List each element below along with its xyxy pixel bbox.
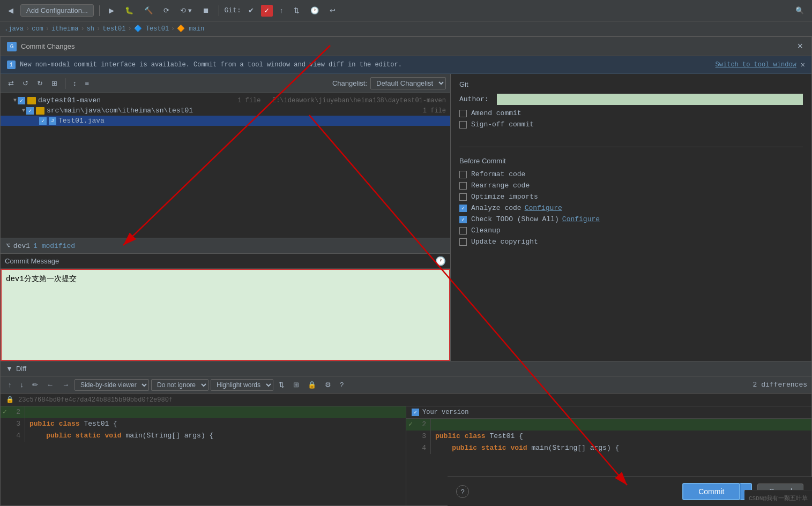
tree-row-src[interactable]: ▼ ✓ src\main\java\com\itheima\sn\test01 …	[1, 105, 450, 116]
update-copyright-row: Update copyright	[459, 238, 803, 246]
diff-left-line-3: 3 public class Test01 {	[1, 418, 406, 430]
breadcrumb-sh[interactable]: sh	[87, 25, 94, 33]
breadcrumb-java[interactable]: .java	[4, 25, 24, 33]
java-icon-test01: J	[49, 117, 56, 125]
breadcrumb-main[interactable]: 🔶 main	[177, 25, 204, 33]
diff-settings-btn2[interactable]: ⊞	[290, 379, 302, 390]
add-config-btn[interactable]: Add Configuration...	[20, 4, 94, 17]
viewer-dropdown[interactable]: Side-by-side viewer	[75, 379, 149, 391]
dialog-close-btn[interactable]: ×	[795, 41, 805, 52]
folder-icon-src	[36, 107, 44, 115]
switch-to-tool-window-link[interactable]: Switch to tool window	[716, 61, 796, 69]
ignore-dropdown[interactable]: Do not ignore	[151, 379, 208, 391]
signoff-commit-label: Sign-off commit	[471, 120, 534, 129]
tree-meta-src: 1 file	[423, 107, 446, 115]
rearrange-row: Rearrange code	[459, 182, 803, 190]
right-version-cb[interactable]: ✓	[412, 409, 419, 416]
analyze-configure-link[interactable]: Configure	[525, 204, 562, 212]
tree-row-daytest01[interactable]: ▼ ✓ daytest01-maven 1 file E:\ideawork\j…	[1, 95, 450, 105]
breadcrumb-com[interactable]: com	[32, 25, 43, 33]
build-btn[interactable]: 🔨	[140, 5, 157, 16]
filter-btn[interactable]: ≡	[82, 78, 93, 89]
tree-row-test01[interactable]: ✓ J Test01.java	[1, 116, 450, 126]
group-btn[interactable]: ⊞	[48, 78, 61, 89]
move-to-changelist-btn[interactable]: ⇄	[5, 78, 17, 89]
diff-toggle-btn[interactable]: ▼	[6, 365, 13, 373]
step2-btn[interactable]: ⟲ ▾	[176, 5, 196, 16]
amend-commit-cb[interactable]	[459, 110, 467, 117]
branch-icon: ⌥	[6, 241, 10, 250]
step-btn[interactable]: ⟳	[160, 5, 173, 16]
diff-next-btn[interactable]: →	[59, 379, 72, 390]
diff-right-num-2: 2	[415, 419, 431, 431]
diff-settings-btn1[interactable]: ⇅	[275, 379, 288, 390]
cleanup-row: Cleanup	[459, 226, 803, 235]
diff-right-marker-2: ✓	[406, 419, 415, 431]
commit-btn[interactable]: Commit	[682, 483, 740, 500]
sort-btn[interactable]: ↕	[70, 78, 80, 89]
search-everywhere-btn[interactable]: 🔍	[792, 5, 808, 16]
undo-btn[interactable]: ↺	[19, 78, 32, 89]
breadcrumb-sep4: ›	[96, 25, 100, 33]
diff-left-content-3: public class Test01 {	[25, 418, 117, 430]
git-revert-btn[interactable]: ↩	[326, 5, 339, 16]
update-copyright-label: Update copyright	[471, 238, 538, 246]
author-row: Author:	[459, 94, 803, 105]
breadcrumb-Test01[interactable]: 🔷 Test01	[134, 25, 169, 33]
diff-header: ▼ Diff	[1, 361, 811, 376]
info-close-btn[interactable]: ×	[801, 61, 805, 69]
git-section: Git Author: Amend commit Sign-off commit	[459, 80, 803, 132]
signoff-commit-cb[interactable]	[459, 121, 467, 129]
check-todo-configure-link[interactable]: Configure	[562, 215, 600, 223]
breadcrumb-sep3: ›	[80, 25, 84, 33]
changelist-area: Changelist: Default Changelist	[332, 77, 446, 89]
help-btn[interactable]: ?	[456, 485, 469, 498]
reformat-cb[interactable]	[459, 171, 467, 178]
diff-right-num-4: 4	[415, 442, 431, 454]
author-input[interactable]	[497, 94, 803, 105]
commit-message-input[interactable]	[1, 269, 450, 361]
analyze-cb[interactable]: ✓	[459, 205, 467, 212]
update-copyright-cb[interactable]	[459, 238, 467, 246]
diff-help-btn[interactable]: ?	[337, 379, 347, 390]
check-src[interactable]: ✓	[26, 107, 34, 115]
right-panel: Git Author: Amend commit Sign-off commit	[451, 74, 811, 361]
stop-btn[interactable]: ⏹	[199, 5, 213, 16]
info-icon: i	[7, 61, 16, 69]
diff-edit-btn[interactable]: ✏	[29, 379, 41, 390]
git-push-btn[interactable]: ↑	[276, 5, 287, 16]
breadcrumb: .java › com › itheima › sh › test01 › 🔷 …	[0, 21, 812, 36]
git-label: Git:	[225, 6, 241, 14]
breadcrumb-sep1: ›	[26, 25, 29, 33]
left-toolbar: ⇄ ↺ ↻ ⊞ ↕ ≡ Changelist: Default Changeli…	[1, 74, 450, 93]
run-btn[interactable]: ▶	[105, 5, 118, 16]
diff-gear-btn[interactable]: ⚙	[322, 379, 334, 390]
refresh-btn[interactable]: ↻	[34, 78, 46, 89]
analyze-row: ✓ Analyze code Configure	[459, 204, 803, 212]
back-btn[interactable]: ◀	[4, 5, 17, 16]
git-merge-btn[interactable]: ⇅	[290, 5, 303, 16]
cleanup-cb[interactable]	[459, 227, 467, 235]
diff-down-btn[interactable]: ↓	[17, 379, 27, 390]
commit-dialog: G Commit Changes × i New non-modal commi…	[0, 36, 812, 506]
changelist-dropdown[interactable]: Default Changelist	[370, 77, 446, 89]
git-history-btn[interactable]: 🕐	[307, 5, 323, 16]
check-todo-cb[interactable]: ✓	[459, 216, 467, 223]
left-panel: ⇄ ↺ ↻ ⊞ ↕ ≡ Changelist: Default Changeli…	[1, 74, 451, 361]
diff-lock-btn[interactable]: 🔒	[304, 379, 319, 390]
breadcrumb-test01[interactable]: test01	[102, 25, 125, 33]
breadcrumb-itheima[interactable]: itheima	[51, 25, 78, 33]
commit-message-history-btn[interactable]: 🕐	[435, 256, 446, 266]
git-check1-btn[interactable]: ✔	[244, 5, 258, 16]
check-test01[interactable]: ✓	[39, 117, 47, 125]
diff-right-line-4: 4 public static void main(String[] args)…	[406, 442, 811, 454]
diff-right-content-3: public class Test01 {	[431, 431, 523, 442]
debug-btn[interactable]: 🐛	[121, 5, 137, 16]
diff-title: Diff	[16, 365, 806, 373]
highlight-dropdown[interactable]: Highlight words	[211, 379, 273, 391]
optimize-cb[interactable]	[459, 193, 467, 201]
check-daytest01[interactable]: ✓	[18, 97, 25, 104]
rearrange-cb[interactable]	[459, 182, 467, 190]
diff-up-btn[interactable]: ↑	[5, 379, 15, 390]
diff-prev-btn[interactable]: ←	[43, 379, 57, 390]
